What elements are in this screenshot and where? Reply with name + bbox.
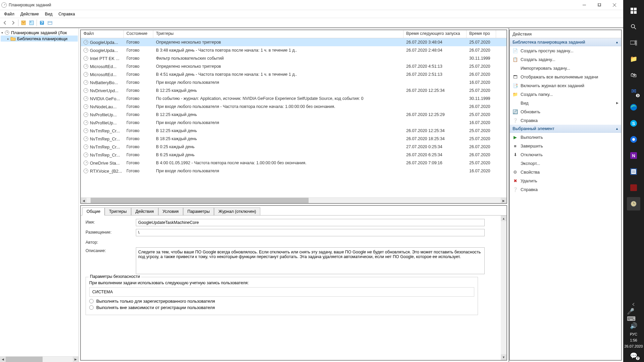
task-row[interactable]: MicrosoftEd...ГотовоОпределено несколько…: [81, 62, 506, 70]
forward-button[interactable]: [9, 19, 17, 26]
menu-help[interactable]: Справка: [56, 11, 77, 17]
task-row[interactable]: RTXVoice_{B2...ГотовоПри входе любого по…: [81, 167, 506, 175]
task-row[interactable]: NvDriverUpd...ГотовоВ 12:25 каждый день2…: [81, 86, 506, 95]
onenote-icon[interactable]: N: [627, 149, 640, 162]
menu-view[interactable]: Вид: [42, 11, 55, 17]
action-item[interactable]: ▶Выполнить: [510, 133, 621, 141]
tray-notifications-icon[interactable]: 💬7: [627, 351, 640, 361]
help-button[interactable]: ?: [38, 19, 46, 26]
task-row[interactable]: GoogleUpda...ГотовоОпределено несколько …: [81, 38, 506, 46]
task-row[interactable]: NvProfileUp...ГотовоПри входе любого пол…: [81, 119, 506, 127]
action-item[interactable]: ⬇Отключить: [510, 150, 621, 159]
detail-v-scrollbar[interactable]: ▲▼: [501, 216, 506, 360]
action-item[interactable]: Экспорт...: [510, 159, 621, 168]
maximize-button[interactable]: [592, 0, 607, 10]
app-icon-red[interactable]: [627, 181, 640, 194]
task-row[interactable]: Intel PTT EK ...ГотовоФильтр пользовател…: [81, 54, 506, 62]
tray-time[interactable]: 1:56: [630, 337, 637, 343]
tray-expand-icon[interactable]: [627, 300, 640, 308]
task-next: [404, 58, 467, 59]
tree-panel: ▾ Планировщик заданий (Лок ▸ Библиотека …: [0, 28, 79, 362]
col-triggers[interactable]: Триггеры: [153, 30, 404, 38]
action-item[interactable]: Вид▶: [510, 99, 621, 107]
menu-file[interactable]: Файл: [1, 11, 17, 17]
tab-general[interactable]: Общие: [82, 207, 105, 216]
action-item[interactable]: ✖Удалить: [510, 176, 621, 185]
taskscheduler-taskbar-icon[interactable]: [627, 197, 640, 210]
action-item[interactable]: ⚙Свойства: [510, 168, 621, 176]
tab-triggers[interactable]: Триггеры: [105, 207, 131, 216]
action-item[interactable]: 🔄Обновить: [510, 107, 621, 116]
desc-field[interactable]: Следите за тем, чтобы ваше ПО Google все…: [136, 247, 485, 274]
task-row[interactable]: NVIDIA GeFo...ГотовоПо событию - журнал:…: [81, 95, 506, 103]
task-row[interactable]: NvBatteryBo...ГотовоПри входе любого пол…: [81, 78, 506, 86]
search-icon[interactable]: [627, 20, 640, 34]
col-next[interactable]: Время следующего запуска: [404, 30, 467, 38]
toolbar-btn-1[interactable]: [20, 19, 27, 26]
action-item[interactable]: ■Завершить: [510, 141, 621, 150]
toolbar-btn-2[interactable]: [28, 19, 35, 26]
task-last: 26.07.2020: [467, 71, 496, 77]
menu-action[interactable]: Действие: [18, 11, 42, 17]
action-item[interactable]: ❔Справка: [510, 185, 621, 194]
word-icon[interactable]: [627, 165, 640, 178]
task-row[interactable]: NvProfileUp...ГотовоВ 12:25 каждый день2…: [81, 111, 506, 119]
task-icon: [84, 128, 88, 133]
radio-any[interactable]: Выполнять вне зависимости от регистрации…: [89, 305, 474, 310]
col-state[interactable]: Состояние: [124, 30, 153, 38]
store-icon[interactable]: 🛍: [627, 68, 640, 82]
tree-root[interactable]: ▾ Планировщик заданий (Лок: [1, 29, 78, 36]
close-button[interactable]: [607, 0, 622, 10]
action-item[interactable]: 📄Создать простую задачу...: [510, 46, 621, 55]
action-label: Импортировать задачу...: [521, 66, 570, 71]
task-row[interactable]: NvTmRep_Cr...ГотовоВ 0:25 каждый день27.…: [81, 143, 506, 151]
action-item[interactable]: 📁Создать папку...: [510, 90, 621, 99]
task-row[interactable]: GoogleUpda...ГотовоВ 3:48 каждый день - …: [81, 46, 506, 54]
name-field[interactable]: GoogleUpdateTaskMachineCore: [136, 219, 485, 226]
task-next: 26.07.2020 6:25:34: [404, 152, 467, 158]
svg-rect-18: [634, 11, 637, 14]
task-row[interactable]: NvTmRep_Cr...ГотовоВ 6:25 каждый день26.…: [81, 151, 506, 159]
action-item[interactable]: Импортировать задачу...: [510, 64, 621, 72]
action-item[interactable]: 📑Включить журнал всех заданий: [510, 81, 621, 90]
mail-icon[interactable]: ✉3: [627, 84, 640, 98]
back-button[interactable]: [1, 19, 9, 26]
action-item[interactable]: ❔Справка: [510, 116, 621, 125]
skype-icon[interactable]: S: [627, 117, 640, 130]
tray-volume-icon[interactable]: 🔊: [627, 322, 640, 330]
task-row[interactable]: NvTmRep_Cr...ГотовоВ 12:25 каждый день26…: [81, 127, 506, 135]
tree-library[interactable]: ▸ Библиотека планировщи: [1, 36, 78, 42]
browser-icon[interactable]: [627, 133, 640, 146]
tray-mic-keyboard[interactable]: 🎤 ⌨: [627, 311, 640, 319]
col-last[interactable]: Время про: [467, 30, 496, 38]
task-state: Готово: [124, 160, 153, 166]
col-file[interactable]: Файл: [81, 30, 124, 38]
task-row[interactable]: MicrosoftEd...ГотовоВ 4:51 каждый день -…: [81, 70, 506, 78]
tab-actions[interactable]: Действия: [131, 207, 158, 216]
grid-h-scrollbar[interactable]: ◀▶: [81, 197, 506, 203]
action-icon: ▶: [513, 134, 518, 140]
action-item[interactable]: 🗔Отображать все выполняемые задачи: [510, 72, 621, 81]
toolbar-btn-3[interactable]: [46, 19, 54, 26]
tree-h-scrollbar[interactable]: ◀▶: [0, 356, 78, 362]
minimize-button[interactable]: [577, 0, 592, 10]
task-last: 26.07.2020: [467, 47, 496, 53]
tray-lang[interactable]: РУС: [630, 331, 637, 337]
start-button[interactable]: [627, 4, 640, 17]
task-row[interactable]: NvTmRep_Cr...ГотовоВ 18:25 каждый день26…: [81, 135, 506, 143]
tab-params[interactable]: Параметры: [183, 207, 214, 216]
tab-conditions[interactable]: Условия: [158, 207, 183, 216]
action-label: Включить журнал всех заданий: [521, 83, 584, 88]
action-item[interactable]: 📋Создать задачу...: [510, 55, 621, 64]
taskview-icon[interactable]: [627, 36, 640, 50]
tab-history[interactable]: Журнал (отключен): [214, 207, 260, 216]
edge-icon[interactable]: [627, 101, 640, 114]
task-row[interactable]: NvNodeLau...ГотовоПри входе любого польз…: [81, 103, 506, 111]
task-row[interactable]: OneDrive Sta...ГотовоВ 4:00 01.05.1992 -…: [81, 159, 506, 167]
radio-logged-only[interactable]: Выполнять только для зарегистрированного…: [89, 299, 474, 304]
actions-lib-section[interactable]: Библиотека планировщика заданий▲: [510, 38, 621, 46]
tray-date[interactable]: 26.07.2020: [624, 343, 643, 349]
explorer-icon[interactable]: 📁: [627, 52, 640, 66]
actions-sel-section[interactable]: Выбранный элемент▲: [510, 125, 621, 133]
task-last: 30.11.1999: [467, 96, 496, 102]
